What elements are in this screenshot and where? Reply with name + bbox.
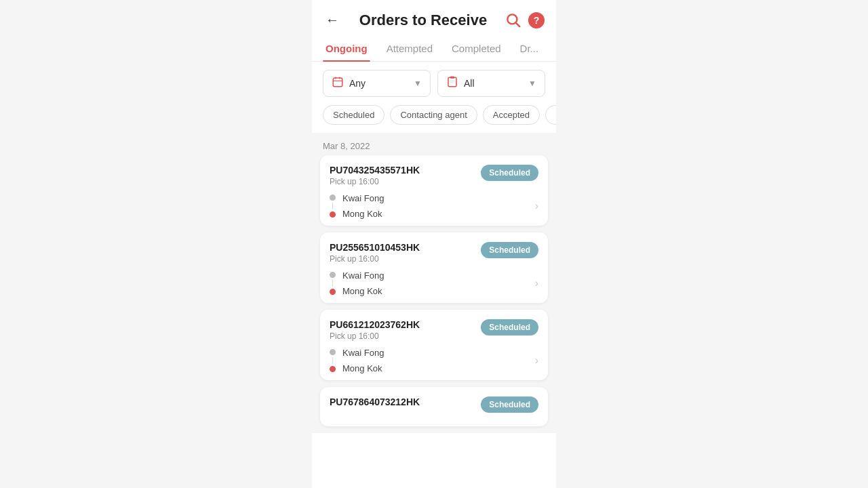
chip-scheduled[interactable]: Scheduled [323,105,384,125]
order-card-3[interactable]: PU661212023762HK Pick up 16:00 Scheduled… [320,310,548,380]
chip-contacting-agent[interactable]: Contacting agent [390,105,477,125]
order-route-1: Kwai Fong Mong Kok › [330,193,538,219]
header: ← Orders to Receive ? [312,0,556,36]
order-info-4: PU767864073212HK [330,396,420,407]
status-filter-value: All [464,78,523,89]
order-card-2[interactable]: PU255651010453HK Pick up 16:00 Scheduled… [320,232,548,303]
order-info-3: PU661212023762HK Pick up 16:00 [330,319,420,341]
order-id-3: PU661212023762HK [330,319,420,330]
from-label-3: Kwai Fong [342,348,535,358]
order-id-4: PU767864073212HK [330,396,420,407]
svg-rect-8 [448,77,456,87]
status-chips: Scheduled Contacting agent Accepted En..… [312,105,556,133]
svg-rect-5 [335,77,336,79]
origin-dot-2 [330,272,336,278]
from-label-2: Kwai Fong [342,270,535,281]
from-label-1: Kwai Fong [342,193,535,203]
svg-rect-11 [450,82,454,83]
status-badge-3: Scheduled [481,319,538,336]
filters: Any ▼ All ▼ [312,62,556,105]
date-filter[interactable]: Any ▼ [323,70,431,97]
order-header-3: PU661212023762HK Pick up 16:00 Scheduled [330,319,538,341]
svg-line-1 [516,22,519,26]
dest-dot-1 [330,211,336,218]
order-id-2: PU255651010453HK [330,242,420,253]
route-labels-2: Kwai Fong Mong Kok [342,270,535,296]
to-label-3: Mong Kok [342,363,535,373]
tab-ongoing[interactable]: Ongoing [323,36,370,61]
order-header-4: PU767864073212HK Scheduled [330,396,538,413]
search-icon[interactable] [505,12,522,29]
chevron-right-icon-3: › [535,354,538,367]
date-filter-value: Any [349,78,408,89]
svg-rect-7 [333,81,342,81]
header-icons: ? [505,12,545,29]
tabs: Ongoing Attempted Completed Dr... [312,36,556,62]
order-header-1: PU704325435571HK Pick up 16:00 Scheduled [330,165,538,186]
svg-rect-6 [339,77,340,79]
order-info-1: PU704325435571HK Pick up 16:00 [330,165,420,186]
origin-dot-3 [330,349,336,355]
status-badge-2: Scheduled [481,242,538,258]
dest-dot-2 [330,289,336,295]
orders-content: Mar 8, 2022 PU704325435571HK Pick up 16:… [312,133,556,433]
svg-text:?: ? [534,15,540,26]
route-line-1 [332,203,333,209]
status-badge-4: Scheduled [481,396,538,413]
chevron-right-icon-2: › [535,277,538,289]
tab-attempted[interactable]: Attempted [384,36,435,61]
chip-accepted[interactable]: Accepted [483,105,540,125]
order-info-2: PU255651010453HK Pick up 16:00 [330,242,420,264]
chevron-down-icon-2: ▼ [528,79,536,88]
route-line-2 [332,280,333,287]
tab-draft[interactable]: Dr... [517,36,542,61]
route-dots-1 [330,195,336,218]
order-card-4[interactable]: PU767864073212HK Scheduled [320,387,548,426]
to-label-1: Mong Kok [342,209,535,219]
calendar-icon [332,76,344,91]
chevron-down-icon: ▼ [414,79,422,88]
order-route-2: Kwai Fong Mong Kok › [330,270,538,296]
route-line-3 [332,357,333,364]
tab-completed[interactable]: Completed [449,36,504,61]
route-labels-1: Kwai Fong Mong Kok [342,193,535,219]
route-dots-3 [330,349,336,372]
svg-rect-10 [450,81,455,81]
clipboard-icon [446,76,458,91]
route-dots-2 [330,272,336,295]
chip-en[interactable]: En... [545,105,556,125]
help-icon[interactable]: ? [528,12,545,29]
origin-dot-1 [330,195,336,201]
order-card-1[interactable]: PU704325435571HK Pick up 16:00 Scheduled… [320,155,548,226]
order-pickup-3: Pick up 16:00 [330,331,420,341]
back-button[interactable]: ← [323,9,342,30]
status-badge-1: Scheduled [481,165,538,181]
order-header-2: PU255651010453HK Pick up 16:00 Scheduled [330,242,538,264]
status-filter[interactable]: All ▼ [437,70,545,97]
svg-rect-4 [333,78,342,87]
order-route-3: Kwai Fong Mong Kok › [330,348,538,373]
app-container: ← Orders to Receive ? Ongoing Attempted … [312,0,556,488]
date-group-header: Mar 8, 2022 [312,133,556,155]
to-label-2: Mong Kok [342,286,535,296]
order-pickup-2: Pick up 16:00 [330,254,420,264]
order-id-1: PU704325435571HK [330,165,420,176]
dest-dot-3 [330,366,336,372]
svg-rect-9 [450,77,454,79]
route-labels-3: Kwai Fong Mong Kok [342,348,535,373]
chevron-right-icon-1: › [535,200,538,212]
order-pickup-1: Pick up 16:00 [330,177,420,186]
page-title: Orders to Receive [342,12,505,29]
